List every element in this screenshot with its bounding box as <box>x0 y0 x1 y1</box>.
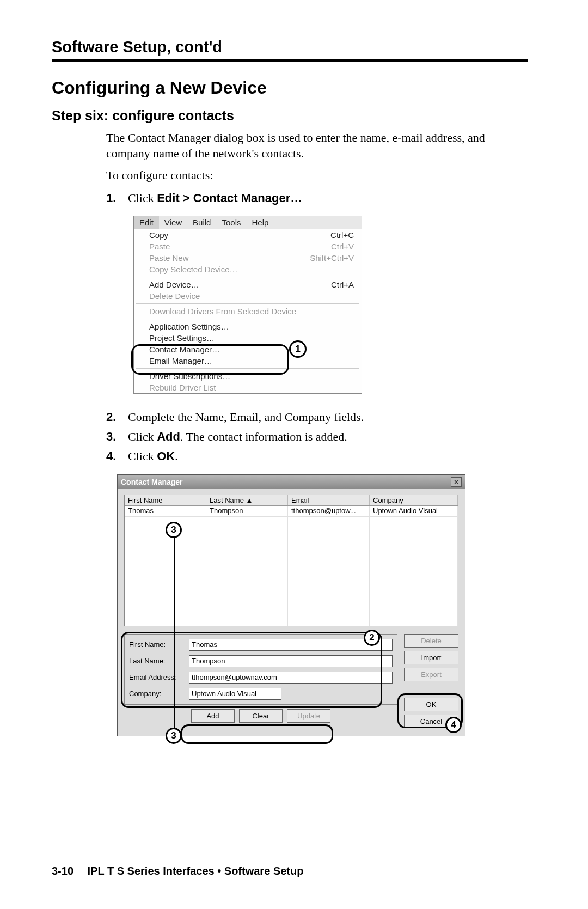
menu-item-paste[interactable]: PasteCtrl+V <box>134 241 362 252</box>
menu-item-copy[interactable]: CopyCtrl+C <box>134 229 362 241</box>
intro-paragraph-1: The Contact Manager dialog box is used t… <box>106 130 528 161</box>
column-last-name[interactable]: Last Name ▲ <box>206 495 288 505</box>
menu-tools[interactable]: Tools <box>216 216 246 229</box>
last-name-field[interactable]: Thompson <box>189 655 393 667</box>
menu-item-app-settings[interactable]: Application Settings… <box>134 321 362 332</box>
step-number: 2. <box>106 409 128 425</box>
step-text: Click Edit > Contact Manager… <box>128 190 528 206</box>
menu-item-download-drivers[interactable]: Download Drivers From Selected Device <box>134 306 362 317</box>
import-button[interactable]: Import <box>404 651 458 664</box>
heading-configure-device: Configuring a New Device <box>52 78 528 98</box>
menu-item-add-device[interactable]: Add Device…Ctrl+A <box>134 279 362 290</box>
heading-step-six: Step six: configure contacts <box>52 108 528 124</box>
menu-view[interactable]: View <box>159 216 187 229</box>
label-company: Company: <box>129 690 189 698</box>
close-button[interactable]: × <box>451 477 462 487</box>
menu-build[interactable]: Build <box>187 216 216 229</box>
table-row[interactable]: Thomas Thompson tthompson@uptow... Uptow… <box>125 506 458 517</box>
column-first-name[interactable]: First Name <box>125 495 206 505</box>
company-field[interactable]: Uptown Audio Visual <box>189 688 281 700</box>
step-number: 3. <box>106 429 128 445</box>
export-button[interactable]: Export <box>404 668 458 681</box>
label-last-name: Last Name: <box>129 657 189 665</box>
delete-button[interactable]: Delete <box>404 634 458 648</box>
footer-text: IPL T S Series Interfaces • Software Set… <box>88 865 304 877</box>
menu-item-driver-subs[interactable]: Driver Subscriptions… <box>134 370 362 382</box>
callout-circle-3b: 3 <box>166 728 182 744</box>
sort-icon: ▲ <box>246 496 253 504</box>
menu-item-email-manager[interactable]: Email Manager… <box>134 355 362 367</box>
contact-manager-dialog: Contact Manager × First Name Last Name ▲… <box>117 474 465 736</box>
edit-menu-screenshot: Edit View Build Tools Help CopyCtrl+C Pa… <box>133 216 362 394</box>
step-text: Complete the Name, Email, and Company fi… <box>128 409 528 425</box>
menu-item-copy-selected[interactable]: Copy Selected Device… <box>134 264 362 275</box>
contact-entry-form: First Name: Thomas Last Name: Thompson E… <box>124 634 397 705</box>
step-number: 4. <box>106 448 128 465</box>
label-first-name: First Name: <box>129 640 189 649</box>
menu-item-project-settings[interactable]: Project Settings… <box>134 332 362 344</box>
step-text: Click OK. <box>128 448 528 465</box>
menu-item-delete-device[interactable]: Delete Device <box>134 290 362 302</box>
column-company[interactable]: Company <box>370 495 458 505</box>
column-email[interactable]: Email <box>288 495 370 505</box>
menu-help[interactable]: Help <box>247 216 274 229</box>
menu-item-paste-new[interactable]: Paste NewShift+Ctrl+V <box>134 252 362 264</box>
email-field[interactable]: tthompson@uptownav.com <box>189 672 393 684</box>
menu-bar: Edit View Build Tools Help <box>134 216 362 229</box>
step-text: Click Add. The contact information is ad… <box>128 429 528 445</box>
menu-edit[interactable]: Edit <box>134 216 159 229</box>
ok-button[interactable]: OK <box>404 698 458 711</box>
intro-paragraph-2: To configure contacts: <box>106 168 528 184</box>
page-number: 3-10 <box>52 865 74 877</box>
label-email: Email Address: <box>129 673 189 681</box>
dialog-titlebar: Contact Manager × <box>118 475 465 489</box>
update-button[interactable]: Update <box>287 709 330 723</box>
menu-item-contact-manager[interactable]: Contact Manager… <box>134 344 362 355</box>
page-footer: 3-10 IPL T S Series Interfaces • Softwar… <box>52 865 303 877</box>
contacts-grid: First Name Last Name ▲ Email Company Tho… <box>124 495 458 626</box>
step-number: 1. <box>106 190 128 206</box>
first-name-field[interactable]: Thomas <box>189 639 393 651</box>
menu-item-rebuild-drivers[interactable]: Rebuild Driver List <box>134 382 362 393</box>
dialog-title: Contact Manager <box>121 478 183 486</box>
add-button[interactable]: Add <box>191 709 235 723</box>
cancel-button[interactable]: Cancel <box>404 715 458 728</box>
clear-button[interactable]: Clear <box>239 709 283 723</box>
section-header: Software Setup, cont'd <box>52 38 528 62</box>
grid-empty-area <box>125 517 458 626</box>
